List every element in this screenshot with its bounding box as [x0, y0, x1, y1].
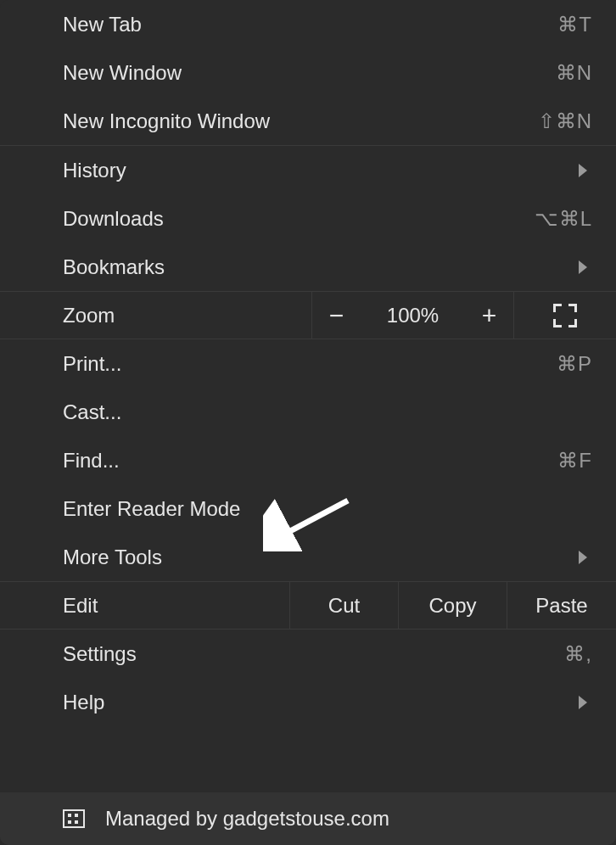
- menu-item-bookmarks[interactable]: Bookmarks: [0, 243, 616, 291]
- menu-label: Print...: [63, 352, 121, 376]
- menu-item-new-window[interactable]: New Window ⌘N: [0, 48, 616, 97]
- chrome-main-menu: New Tab ⌘T New Window ⌘N New Incognito W…: [0, 0, 616, 845]
- menu-label: New Tab: [63, 13, 142, 36]
- edit-paste-button[interactable]: Paste: [507, 582, 616, 629]
- menu-item-history[interactable]: History: [0, 146, 616, 194]
- menu-label: Enter Reader Mode: [63, 497, 240, 521]
- menu-shortcut: ⌘N: [556, 61, 592, 85]
- managed-footer: Managed by gadgetstouse.com: [0, 792, 616, 845]
- menu-item-cast[interactable]: Cast...: [0, 388, 616, 436]
- menu-item-find[interactable]: Find... ⌘F: [0, 436, 616, 484]
- menu-label: Find...: [63, 449, 120, 473]
- menu-item-downloads[interactable]: Downloads ⌥⌘L: [0, 194, 616, 243]
- menu-label: Settings: [63, 642, 137, 666]
- menu-label: More Tools: [63, 546, 162, 569]
- menu-item-reader-mode[interactable]: Enter Reader Mode: [0, 484, 616, 533]
- menu-label: Edit: [63, 594, 98, 618]
- menu-shortcut: ⌘,: [564, 642, 592, 666]
- menu-label: Zoom: [63, 304, 115, 327]
- zoom-out-button[interactable]: −: [320, 301, 354, 330]
- menu-shortcut: ⌘T: [557, 13, 592, 36]
- menu-label: History: [63, 159, 126, 182]
- menu-label: New Incognito Window: [63, 109, 270, 133]
- zoom-controls: − 100% +: [312, 292, 514, 339]
- menu-label: Downloads: [63, 207, 164, 231]
- menu-shortcut: ⌘P: [557, 352, 592, 376]
- menu-shortcut: ⇧⌘N: [538, 109, 592, 133]
- menu-item-print[interactable]: Print... ⌘P: [0, 339, 616, 388]
- fullscreen-button[interactable]: [514, 292, 616, 339]
- edit-btn-label: Cut: [328, 594, 360, 618]
- organization-icon: [63, 809, 85, 828]
- submenu-arrow-icon: [579, 696, 587, 709]
- menu-item-edit: Edit Cut Copy Paste: [0, 581, 616, 630]
- menu-item-settings[interactable]: Settings ⌘,: [0, 630, 616, 678]
- zoom-in-button[interactable]: +: [473, 301, 507, 330]
- fullscreen-icon: [553, 304, 577, 327]
- edit-btn-label: Copy: [428, 594, 476, 618]
- menu-label: New Window: [63, 61, 182, 85]
- submenu-arrow-icon: [579, 551, 587, 564]
- menu-shortcut: ⌘F: [557, 449, 592, 473]
- menu-shortcut: ⌥⌘L: [535, 207, 592, 231]
- menu-item-new-incognito[interactable]: New Incognito Window ⇧⌘N: [0, 97, 616, 145]
- submenu-arrow-icon: [579, 164, 587, 177]
- managed-text: Managed by gadgetstouse.com: [105, 807, 389, 831]
- zoom-value: 100%: [379, 304, 447, 327]
- menu-label: Cast...: [63, 400, 121, 424]
- edit-label-cell: Edit: [0, 582, 290, 629]
- edit-btn-label: Paste: [535, 594, 587, 618]
- menu-label: Bookmarks: [63, 255, 165, 279]
- menu-label: Help: [63, 691, 104, 714]
- zoom-label-cell: Zoom: [0, 292, 312, 339]
- menu-item-new-tab[interactable]: New Tab ⌘T: [0, 0, 616, 48]
- edit-cut-button[interactable]: Cut: [290, 582, 399, 629]
- edit-copy-button[interactable]: Copy: [399, 582, 507, 629]
- submenu-arrow-icon: [579, 260, 587, 274]
- menu-item-more-tools[interactable]: More Tools: [0, 533, 616, 581]
- menu-item-zoom: Zoom − 100% +: [0, 291, 616, 339]
- menu-item-help[interactable]: Help: [0, 678, 616, 726]
